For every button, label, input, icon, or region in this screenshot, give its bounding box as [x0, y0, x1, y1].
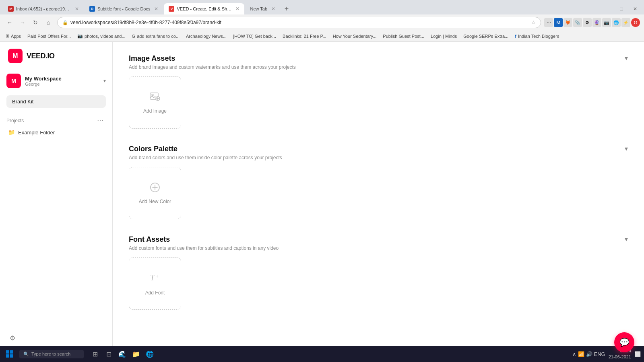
image-assets-toggle[interactable]: ▾: [625, 54, 628, 62]
svg-text:+: +: [156, 274, 159, 279]
svg-rect-8: [6, 354, 9, 358]
image-assets-title: Image Assets: [129, 54, 296, 63]
ext-icon-profile[interactable]: G: [631, 18, 640, 27]
settings-icon: ⚙: [10, 334, 15, 342]
back-button[interactable]: ←: [4, 17, 15, 28]
ext-icon-3[interactable]: 🦊: [564, 18, 572, 27]
brand-kit-button[interactable]: Brand Kit: [6, 95, 106, 108]
bookmark-photos[interactable]: 📷 photos, videos and...: [76, 33, 127, 39]
add-image-card[interactable]: Add Image: [129, 76, 181, 129]
tab-veed[interactable]: V VEED - Create, Edit & Share Vide... ✕: [164, 3, 244, 14]
tab-veed-close[interactable]: ✕: [235, 6, 239, 12]
bookmark-fans-icon: G: [132, 34, 136, 39]
projects-section: Projects ⋯ 📁 Example Folder: [0, 111, 112, 140]
taskbar-system-icons: ∧ 📶 🔊 ENG: [572, 351, 605, 357]
ext-icon-7[interactable]: 📷: [602, 18, 611, 27]
taskbar-notification-icon[interactable]: ⬜: [634, 351, 641, 357]
taskbar-taskview[interactable]: ⊡: [102, 348, 115, 360]
bookmark-minds[interactable]: Login | Minds: [429, 33, 458, 39]
font-assets-toggle[interactable]: ▾: [625, 235, 628, 243]
colors-palette-toggle[interactable]: ▾: [625, 145, 628, 152]
folder-icon: 📁: [8, 129, 15, 136]
bookmark-photos-icon: 📷: [77, 33, 83, 39]
taskbar-multiview[interactable]: ⊞: [89, 348, 101, 360]
new-tab-button[interactable]: +: [281, 3, 292, 14]
taskbar-explorer[interactable]: 📁: [130, 348, 142, 360]
close-browser-button[interactable]: ✕: [630, 3, 641, 14]
forward-button[interactable]: →: [17, 17, 28, 28]
folder-example[interactable]: 📁 Example Folder: [6, 127, 106, 138]
taskbar-search-bar[interactable]: 🔍 Type here to search: [19, 350, 84, 358]
tab-new-close[interactable]: ✕: [271, 6, 275, 12]
image-assets-grid: Add Image: [129, 76, 628, 129]
bookmark-indian-tech[interactable]: f Indian Tech Bloggers: [513, 33, 561, 39]
ext-icon-2[interactable]: M: [554, 18, 563, 27]
tab-docs-label: Subtitle font - Google Docs: [97, 6, 150, 11]
bookmarks-bar: ⊞ Apps Paid Post Offers For... 📷 photos,…: [0, 31, 644, 42]
taskbar-search-icon: 🔍: [23, 352, 29, 357]
settings-button[interactable]: ⚙: [6, 332, 19, 344]
taskbar-lang-label: ENG: [594, 351, 605, 357]
app-layout: M VEED.IO M My Workspace George ▾ Brand …: [0, 42, 644, 362]
ext-icon-9[interactable]: ⚡: [621, 18, 630, 27]
tab-docs-close[interactable]: ✕: [154, 6, 158, 12]
tab-new[interactable]: New Tab ✕: [245, 3, 280, 14]
taskbar-multiview-icon: ⊞: [93, 350, 98, 358]
add-font-card[interactable]: T + Add Font: [129, 257, 181, 310]
image-assets-section: Image Assets Add brand images and custom…: [129, 54, 628, 129]
workspace-section[interactable]: M My Workspace George ▾: [0, 70, 112, 92]
folder-example-label: Example Folder: [18, 130, 55, 136]
add-image-icon: [149, 91, 161, 105]
bookmark-archaeology[interactable]: Archaeology News...: [184, 33, 228, 39]
add-color-card[interactable]: Add New Color: [129, 167, 181, 219]
taskbar-taskview-icon: ⊡: [106, 350, 111, 358]
colors-palette-grid: Add New Color: [129, 167, 628, 219]
home-button[interactable]: ⌂: [43, 17, 54, 28]
bookmark-fans[interactable]: G add extra fans to co...: [130, 33, 181, 39]
taskbar: 🔍 Type here to search ⊞ ⊡ 🌊 📁 🌐 ∧ 📶 🔊 EN…: [0, 346, 644, 362]
ext-icon-5[interactable]: ⚙: [583, 18, 592, 27]
tab-gmail-close[interactable]: ✕: [75, 6, 79, 12]
taskbar-up-icon[interactable]: ∧: [572, 351, 576, 357]
ext-icon-4[interactable]: 📎: [573, 18, 582, 27]
colors-palette-title: Colors Palette: [129, 145, 282, 153]
bookmark-paid-post[interactable]: Paid Post Offers For...: [26, 33, 72, 39]
add-color-label: Add New Color: [139, 199, 171, 204]
workspace-name: My Workspace: [25, 76, 99, 82]
svg-rect-7: [10, 350, 13, 354]
address-bar[interactable]: 🔒 veed.io/workspaces/819df8b8-2e3e-4f0b-…: [57, 17, 541, 28]
taskbar-chrome-icon: 🌐: [146, 350, 154, 358]
add-color-icon: [149, 182, 161, 195]
bookmark-google-serps[interactable]: Google SERPs Extra...: [462, 33, 510, 39]
reload-button[interactable]: ↻: [30, 17, 41, 28]
taskbar-start-button[interactable]: [3, 348, 16, 360]
projects-header: Projects ⋯: [6, 116, 106, 125]
tab-new-label: New Tab: [250, 6, 267, 11]
tab-gmail[interactable]: M Inbox (4,652) - george1992defo... ✕: [3, 3, 84, 14]
chat-fab-button[interactable]: 💬: [614, 332, 634, 352]
ext-icon-8[interactable]: 🌐: [612, 18, 621, 27]
ext-icon-1[interactable]: ⋯: [544, 18, 553, 27]
font-assets-subtitle: Add custom fonts and use them for subtit…: [129, 245, 279, 251]
bookmark-publish-guest[interactable]: Publish Guest Post...: [381, 33, 426, 39]
bookmark-sedentary[interactable]: How Your Sedentary...: [331, 33, 378, 39]
tab-gmail-label: Inbox (4,652) - george1992defo...: [16, 6, 71, 11]
taskbar-chrome[interactable]: 🌐: [143, 348, 156, 360]
bookmark-howto[interactable]: [HOW TO] Get back...: [231, 33, 278, 39]
font-assets-title: Font Assets: [129, 235, 279, 244]
taskbar-edge[interactable]: 🌊: [116, 348, 129, 360]
projects-menu-button[interactable]: ⋯: [95, 116, 106, 125]
taskbar-network-icon[interactable]: 📶: [578, 351, 584, 357]
taskbar-volume-icon[interactable]: 🔊: [586, 351, 592, 357]
taskbar-search-placeholder: Type here to search: [31, 352, 70, 356]
svg-text:T: T: [150, 273, 155, 282]
image-assets-subtitle: Add brand images and custom watermarks a…: [129, 64, 296, 70]
ext-icon-6[interactable]: 🔮: [592, 18, 601, 27]
maximize-button[interactable]: □: [616, 3, 627, 14]
minimize-button[interactable]: ─: [602, 3, 613, 14]
bookmark-backlinks[interactable]: Backlinks: 21 Free P...: [281, 33, 328, 39]
bookmark-star-icon[interactable]: ☆: [531, 20, 536, 25]
image-assets-header: Image Assets Add brand images and custom…: [129, 54, 628, 70]
bookmark-apps[interactable]: ⊞ Apps: [4, 33, 23, 39]
tab-docs[interactable]: D Subtitle font - Google Docs ✕: [85, 3, 163, 14]
